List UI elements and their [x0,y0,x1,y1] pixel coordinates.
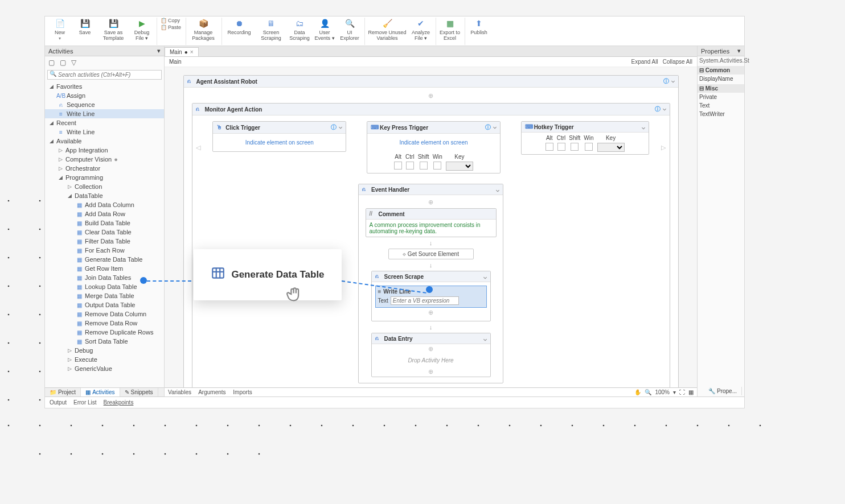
genericvalue[interactable]: ▷GenericValue [45,364,164,373]
collapse-icon[interactable]: ⌵ [663,105,666,113]
dt-rem-dup[interactable]: ▦Remove Duplicate Rows [45,328,164,337]
filter-icon[interactable]: ▽ [71,59,79,67]
remove-unused-button[interactable]: 🧹Remove Unused Variables [367,18,407,44]
debug[interactable]: ▷Debug [45,346,164,355]
dt-sort[interactable]: ▦Sort Data Table [45,337,164,346]
save-template-button[interactable]: 💾Save as Template [99,18,128,44]
dt-add-col[interactable]: ▦Add Data Column [45,200,164,209]
collapse-icon[interactable]: ⌵ [493,123,497,131]
shift-checkbox[interactable] [420,162,428,170]
variables-tab[interactable]: Variables [168,389,191,395]
computer-vision[interactable]: ▷Computer Vision ● [45,155,164,164]
indicate-link[interactable]: Indicate element on screen [213,134,346,151]
tab-snippets[interactable]: ✎Snippets [120,388,158,396]
search-icon[interactable]: 🔍 [645,389,651,395]
panel-menu-icon[interactable]: ▾ [737,47,741,55]
close-icon[interactable]: × [190,49,194,55]
monitor-agent-action[interactable]: ⎌Monitor Agent Actionⓘ⌵ ◁ 🖱Click Trigger… [192,103,670,387]
collapse-icon[interactable]: ⌵ [642,124,645,130]
chevron-left-icon[interactable]: ◁ [196,144,200,151]
add-icon[interactable]: ⊕ [362,199,499,206]
error-list-tab[interactable]: Error List [73,399,97,406]
screen-scrape[interactable]: ⎌Screen Scrape⌵ ≡Write Line Text ⊕ [371,271,491,321]
click-trigger[interactable]: 🖱Click Triggerⓘ⌵ Indicate element on scr… [212,121,346,152]
add-icon[interactable]: ⊕ [372,367,490,377]
fav-sequence[interactable]: ⎌Sequence [45,100,164,109]
chevron-down-icon[interactable]: ▾ [673,389,676,395]
collapse-icon[interactable]: ⌵ [671,77,675,85]
folder-icon[interactable]: ▢ [48,59,56,67]
info-icon[interactable]: ⓘ [655,105,661,113]
text-input[interactable] [391,296,459,305]
output-tab[interactable]: Output [50,399,67,406]
agent-assistant-robot[interactable]: ⎌Agent Assistant Robotⓘ⌵ ⊕ ⎌Monitor Agen… [183,75,679,387]
export-excel-button[interactable]: ▦Export to Excel [438,18,461,44]
text-prop[interactable]: Text [698,101,744,110]
user-events-button[interactable]: 👤User Events ▾ [313,18,336,44]
dt-rem-col[interactable]: ▦Remove Data Column [45,309,164,319]
fav-assign[interactable]: A/BAssign [45,91,164,100]
recent-group[interactable]: ◢Recent [45,118,164,127]
collapse-icon[interactable]: ⌵ [483,336,487,342]
canvas[interactable]: ⎌Agent Assistant Robotⓘ⌵ ⊕ ⎌Monitor Agen… [165,67,697,387]
manage-packages-button[interactable]: 📦Manage Packages [188,18,218,44]
add-icon[interactable]: ⊕ [375,308,487,317]
dt-rem-row[interactable]: ▦Remove Data Row [45,319,164,328]
win-checkbox[interactable] [585,143,593,151]
screen-scraping-button[interactable]: 🖥Screen Scraping [256,18,286,44]
ctrl-checkbox[interactable] [557,143,565,151]
dropzone[interactable]: Drop Activity Here [372,354,490,367]
folder2-icon[interactable]: ▢ [60,59,68,67]
available-group[interactable]: ◢Available [45,137,164,146]
textwriter-prop[interactable]: TextWriter [698,110,744,118]
key-press-trigger[interactable]: ⌨Key Press Triggerⓘ⌵ Indicate element on… [367,121,501,173]
comment-activity[interactable]: //Comment A common process improvement c… [366,208,497,237]
app-integration[interactable]: ▷App Integration [45,146,164,155]
get-source-element[interactable]: ⟐ Get Source Element [388,249,474,259]
dt-foreach[interactable]: ▦For Each Row [45,246,164,255]
key-select[interactable] [446,162,473,171]
collapse-icon[interactable]: ⌵ [483,274,487,280]
tab-activities[interactable]: ▦Activities [81,388,120,396]
add-icon[interactable]: ⊕ [372,344,490,354]
data-scraping-button[interactable]: 🗂Data Scraping [288,18,311,44]
dt-generate[interactable]: ▦Generate Data Table [45,255,164,264]
info-icon[interactable]: ⓘ [331,123,337,131]
debug-file-button[interactable]: ▶Debug File ▾ [130,18,153,44]
breadcrumb[interactable]: Main [169,59,182,65]
panel-menu-icon[interactable]: ▾ [157,47,161,55]
collapse-icon[interactable]: ⌵ [339,123,342,131]
execute[interactable]: ▷Execute [45,355,164,364]
common-group[interactable]: ⊟ Common [698,66,744,75]
win-checkbox[interactable] [433,162,441,170]
analyze-button[interactable]: ✔Analyze File ▾ [409,18,432,44]
private-prop[interactable]: Private [698,93,744,101]
dt-output[interactable]: ▦Output Data Table [45,300,164,309]
dt-filter[interactable]: ▦Filter Data Table [45,237,164,246]
misc-group[interactable]: ⊟ Misc [698,84,744,93]
recent-write-line[interactable]: ≡Write Line [45,127,164,137]
info-icon[interactable]: ⓘ [485,123,491,131]
grid-icon[interactable]: ▦ [688,389,694,395]
alt-checkbox[interactable] [394,162,402,170]
expand-all[interactable]: Expand All [631,59,658,65]
programming[interactable]: ◢Programming [45,173,164,182]
info-icon[interactable]: ⓘ [663,77,669,85]
imports-tab[interactable]: Imports [233,389,252,395]
properties-tab[interactable]: 🔧Prope... [704,387,742,395]
new-button[interactable]: 📄New▾ [48,18,71,44]
add-icon[interactable]: ⊕ [187,91,675,101]
hand-icon[interactable]: ✋ [634,389,641,395]
dt-clear[interactable]: ▦Clear Data Table [45,228,164,237]
fit-icon[interactable]: ⛶ [679,389,685,395]
indicate-link[interactable]: Indicate element on screen [367,134,500,151]
fav-write-line[interactable]: ≡Write Line [45,109,164,118]
copy-button[interactable]: 📋Copy [159,18,182,23]
save-button[interactable]: 💾Save [73,18,96,44]
collapse-icon[interactable]: ⌵ [496,187,499,193]
hotkey-trigger[interactable]: ⌨Hotkey Trigger⌵ Alt Ctrl Shift Win Key [521,121,649,155]
displayname-prop[interactable]: DisplayName [698,75,744,83]
dt-merge[interactable]: ▦Merge Data Table [45,291,164,300]
data-entry[interactable]: ⎌Data Entry⌵ ⊕ Drop Activity Here ⊕ [371,333,491,377]
tab-project[interactable]: 📁Project [45,388,81,396]
